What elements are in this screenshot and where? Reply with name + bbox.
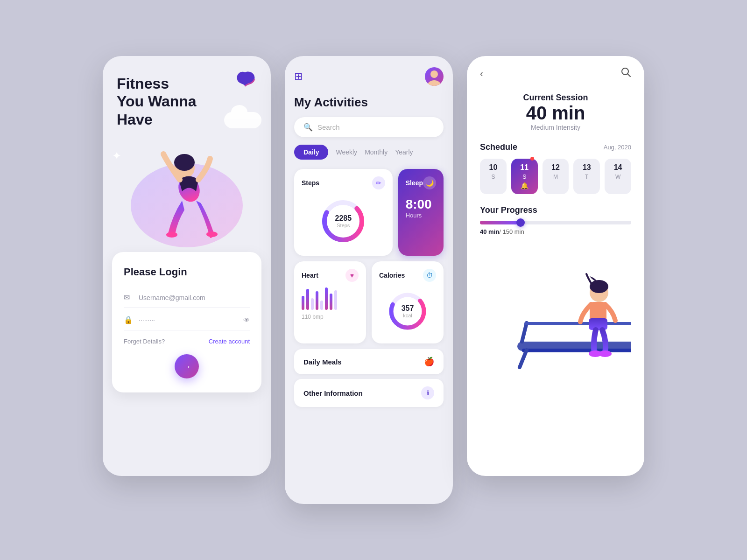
svg-point-3: [174, 154, 195, 171]
session-info: Current Session 40 min Medium Intensity: [480, 93, 631, 131]
schedule-month: Aug, 2020: [604, 144, 631, 151]
grid-icon[interactable]: ⊞: [294, 70, 303, 83]
sleep-time-display: 8:00 Hours: [406, 197, 436, 219]
other-info-icon: ℹ: [421, 386, 434, 399]
login-arrow-button[interactable]: →: [175, 354, 199, 378]
email-field[interactable]: Username@gmail.com: [139, 294, 250, 301]
date-day-13: T: [576, 174, 597, 180]
svg-point-5: [206, 231, 218, 237]
heart-bpm: 110 bmp: [302, 314, 359, 320]
tab-yearly[interactable]: Yearly: [395, 148, 413, 156]
tab-daily[interactable]: Daily: [294, 145, 328, 160]
calories-icon-btn[interactable]: ⏱: [423, 269, 436, 282]
notification-dot: [530, 157, 534, 161]
session-time: 40 min: [480, 103, 631, 124]
bell-icon: 🔔: [514, 182, 535, 189]
user-avatar[interactable]: [425, 67, 444, 86]
activities-inner: ⊞ My Activities 🔍 Search Daily Weekly: [285, 56, 453, 423]
eye-icon[interactable]: 👁: [243, 316, 250, 324]
sleep-value: 8:00: [406, 197, 436, 212]
date-day-12: M: [545, 174, 566, 180]
sleep-icon-btn[interactable]: 🌙: [423, 176, 436, 189]
login-form-title: Please Login: [124, 266, 250, 278]
daily-meals-icon: 🍎: [424, 357, 434, 367]
create-account-link[interactable]: Create account: [209, 338, 250, 345]
schedule-title: Schedule: [480, 142, 517, 152]
svg-rect-24: [589, 318, 607, 330]
password-input-row[interactable]: 🔒 ········· 👁: [124, 310, 250, 330]
date-num-12: 12: [545, 163, 566, 172]
steps-card: Steps ✏: [294, 169, 393, 256]
other-info-row[interactable]: Other Information ℹ: [294, 379, 444, 407]
login-hero: Fitness You Wanna Have ✦: [103, 56, 271, 252]
svg-point-7: [428, 80, 441, 86]
date-cell-13[interactable]: 13 T: [573, 159, 600, 194]
calories-header: Calories ⏱: [379, 269, 436, 282]
sleep-card: Sleep 🌙 8:00 Hours: [398, 169, 444, 256]
heart-bars: [302, 287, 359, 310]
search-button[interactable]: [621, 67, 631, 80]
svg-point-26: [599, 350, 612, 357]
heart-card: Heart ♥ 110 bmp: [294, 261, 366, 343]
steps-edit-button[interactable]: ✏: [372, 176, 385, 189]
progress-label: 40 min/ 150 min: [480, 228, 631, 235]
back-button[interactable]: ‹: [480, 68, 483, 79]
screens-container: Fitness You Wanna Have ✦: [47, 56, 700, 504]
date-cell-14[interactable]: 14 W: [605, 159, 631, 194]
daily-meals-label: Daily Meals: [303, 358, 342, 366]
activities-title: My Activities: [294, 95, 444, 110]
forget-details-link[interactable]: Forget Details?: [124, 338, 165, 345]
session-label: Current Session: [480, 93, 631, 103]
svg-point-6: [430, 70, 438, 78]
session-topbar: ‹: [480, 67, 631, 80]
heart-header: Heart ♥: [302, 269, 359, 282]
login-screen: Fitness You Wanna Have ✦: [103, 56, 271, 476]
steps-value: 2285: [335, 214, 352, 223]
heart-icon-btn[interactable]: ♥: [345, 269, 359, 282]
date-cell-12[interactable]: 12 M: [543, 159, 569, 194]
tab-weekly[interactable]: Weekly: [336, 148, 357, 156]
session-intensity: Medium Intensity: [480, 124, 631, 131]
login-links: Forget Details? Create account: [124, 338, 250, 345]
steps-title: Steps: [302, 179, 319, 187]
filter-tabs: Daily Weekly Monthly Yearly: [294, 145, 444, 160]
session-inner: ‹ Current Session 40 min Medium Intensit…: [467, 56, 644, 390]
date-row: 10 S 11 S 🔔 12 M 13 T: [480, 159, 631, 194]
date-num-10: 10: [483, 163, 504, 172]
tab-monthly[interactable]: Monthly: [365, 148, 388, 156]
steps-header: Steps ✏: [302, 176, 385, 189]
search-bar[interactable]: 🔍 Search: [294, 117, 444, 137]
steps-donut: 2285 Steps: [302, 194, 385, 248]
steps-unit: Steps: [335, 223, 352, 228]
top-widgets-row: Steps ✏: [294, 169, 444, 256]
svg-point-4: [166, 232, 177, 238]
calories-title: Calories: [379, 272, 405, 279]
calories-unit: kcal: [402, 313, 414, 318]
date-cell-10[interactable]: 10 S: [480, 159, 507, 194]
treadmill-svg: [480, 248, 631, 379]
svg-point-22: [590, 280, 608, 293]
email-input-row[interactable]: ✉ Username@gmail.com: [124, 287, 250, 308]
sleep-header: Sleep 🌙: [406, 176, 436, 189]
progress-thumb[interactable]: [516, 218, 525, 227]
heart-title: Heart: [302, 272, 318, 279]
sleep-unit: Hours: [406, 212, 436, 219]
search-icon: 🔍: [303, 123, 313, 132]
svg-line-19: [520, 350, 527, 367]
bottom-widgets-row: Heart ♥ 110 bmp: [294, 261, 444, 343]
date-num-11: 11: [514, 163, 535, 172]
activities-screen: ⊞ My Activities 🔍 Search Daily Weekly: [285, 56, 453, 504]
password-field[interactable]: ·········: [139, 316, 238, 324]
treadmill-illustration: [480, 248, 631, 379]
date-day-10: S: [483, 174, 504, 180]
progress-bar-fill: [480, 221, 521, 224]
date-cell-11[interactable]: 11 S 🔔: [511, 159, 538, 194]
progress-section: Your Progress 40 min/ 150 min: [480, 205, 631, 235]
daily-meals-row[interactable]: Daily Meals 🍎: [294, 349, 444, 374]
svg-line-13: [627, 74, 630, 77]
svg-line-16: [522, 323, 527, 342]
date-num-14: 14: [607, 163, 628, 172]
progress-bar-track: [480, 221, 631, 224]
activities-topbar: ⊞: [294, 67, 444, 86]
session-screen: ‹ Current Session 40 min Medium Intensit…: [467, 56, 644, 476]
